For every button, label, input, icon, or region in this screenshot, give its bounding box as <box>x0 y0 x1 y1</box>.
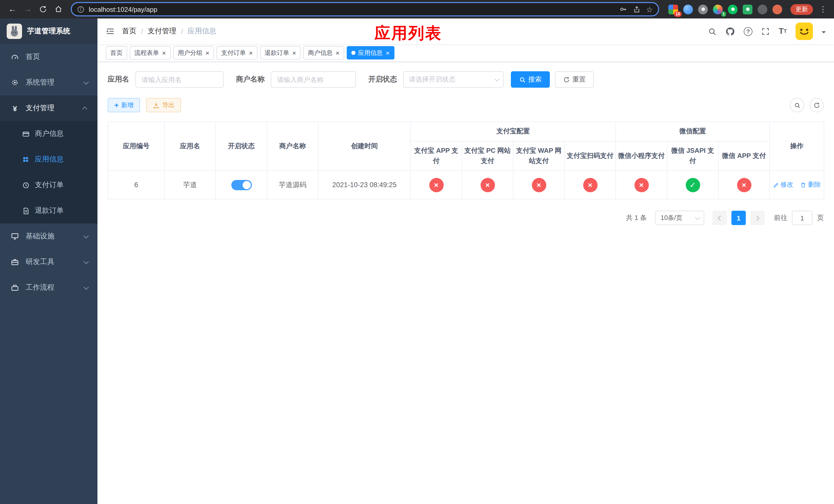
tab-user-group[interactable]: 用户分组 × <box>173 46 214 60</box>
site-info-icon[interactable] <box>77 5 85 13</box>
extension-wechat-icon[interactable] <box>728 4 738 14</box>
status-select[interactable]: 请选择开启状态 <box>403 71 504 88</box>
extension-grid-icon[interactable]: 10 <box>668 4 678 14</box>
status-fail-icon: × <box>583 178 597 192</box>
add-button-label: 新增 <box>121 101 133 110</box>
extension-badge: 10 <box>674 11 682 17</box>
sidebar-item-payment[interactable]: ¥ 支付管理 <box>0 95 97 121</box>
tab-flow-form[interactable]: 流程表单 × <box>130 46 171 60</box>
fullscreen-icon[interactable] <box>761 27 770 36</box>
page-number-current[interactable]: 1 <box>731 211 746 225</box>
toggle-search-button[interactable] <box>790 98 804 112</box>
status-toggle[interactable] <box>231 180 251 190</box>
reset-button-label: 重置 <box>572 75 586 84</box>
extension-glyph <box>731 7 734 11</box>
delete-link[interactable]: 删除 <box>800 181 821 189</box>
app-logo[interactable]: 芋道管理系统 <box>0 19 97 44</box>
monitor-icon <box>10 232 20 240</box>
url-text[interactable]: localhost:1024/pay/app <box>89 5 619 13</box>
tab-label: 支付订单 <box>221 48 246 57</box>
password-key-icon[interactable] <box>619 5 627 13</box>
back-icon[interactable]: ← <box>5 2 20 17</box>
close-icon[interactable]: × <box>205 49 209 56</box>
tab-refund-orders[interactable]: 退款订单 × <box>260 46 301 60</box>
main-content: 首页 支付管理 应用信息 ? <box>97 19 834 504</box>
breadcrumb-home[interactable]: 首页 <box>122 27 136 36</box>
edit-link[interactable]: 修改 <box>773 181 793 189</box>
extension-glyph <box>701 7 705 11</box>
status-fail-icon: × <box>480 178 495 192</box>
address-bar[interactable]: localhost:1024/pay/app ☆ <box>71 2 659 17</box>
tab-bar: 首页 流程表单 × 用户分组 × 支付订单 × 退款订单 × <box>97 44 834 62</box>
tab-app-info[interactable]: 应用信息 × <box>347 46 394 60</box>
prev-page-button[interactable] <box>712 211 727 225</box>
sidebar-item-label: 工作流程 <box>26 283 54 292</box>
chrome-update-button[interactable]: 更新 <box>790 4 813 15</box>
search-icon[interactable] <box>708 27 717 36</box>
forward-icon[interactable]: → <box>21 2 35 17</box>
extension-drop-icon[interactable] <box>683 4 693 14</box>
tab-home[interactable]: 首页 <box>106 46 127 60</box>
extension-avatar-icon[interactable]: 1 <box>713 4 723 14</box>
status-fail-icon: × <box>634 178 649 192</box>
toolbox-icon <box>10 258 20 266</box>
help-icon[interactable]: ? <box>744 27 752 36</box>
sidebar-item-workflow[interactable]: 工作流程 <box>0 275 97 300</box>
export-button[interactable]: 导出 <box>146 98 181 112</box>
close-icon[interactable]: × <box>386 49 390 56</box>
close-icon[interactable]: × <box>162 49 166 56</box>
tab-payment-orders[interactable]: 支付订单 × <box>216 46 257 60</box>
close-icon[interactable]: × <box>292 49 296 56</box>
sidebar-item-devtools[interactable]: 研发工具 <box>0 249 97 275</box>
document-icon <box>22 207 30 214</box>
refresh-table-button[interactable] <box>809 98 824 112</box>
bookmark-star-icon[interactable]: ☆ <box>646 5 653 13</box>
close-icon[interactable]: × <box>336 49 339 56</box>
home-icon[interactable] <box>51 2 66 17</box>
sidebar-item-system[interactable]: 系统管理 <box>0 70 97 95</box>
sidebar-toggle-icon[interactable] <box>106 27 115 36</box>
extension-puzzle-icon[interactable] <box>758 4 767 14</box>
cell-app-id: 6 <box>108 171 164 200</box>
sidebar-item-refund-orders[interactable]: 退款订单 <box>0 198 97 224</box>
share-icon[interactable] <box>633 5 640 13</box>
sidebar-item-app-info[interactable]: 应用信息 <box>0 147 97 172</box>
merchant-name-input[interactable] <box>271 71 356 88</box>
add-button[interactable]: + 新增 <box>108 98 140 112</box>
next-page-button[interactable] <box>750 211 765 225</box>
sidebar-item-label: 支付订单 <box>35 181 64 190</box>
extension-messenger-icon[interactable] <box>743 4 752 14</box>
close-icon[interactable]: × <box>249 49 253 56</box>
tab-merchant-info[interactable]: 商户信息 × <box>303 46 344 60</box>
grid-icon <box>22 156 30 163</box>
sidebar-item-label: 系统管理 <box>26 78 54 87</box>
goto-page-input[interactable] <box>792 211 812 225</box>
page-size-select[interactable]: 10条/页 <box>655 211 704 225</box>
plus-icon: + <box>114 101 118 109</box>
app-name-input[interactable] <box>135 71 224 88</box>
chevron-down-icon <box>84 284 89 290</box>
reload-icon[interactable] <box>36 2 50 17</box>
sidebar-item-merchant-info[interactable]: 商户信息 <box>0 121 97 147</box>
caret-down-icon[interactable] <box>822 31 826 36</box>
reset-button[interactable]: 重置 <box>555 71 594 88</box>
sidebar-item-label: 退款订单 <box>35 206 64 215</box>
column-header: 应用编号 <box>108 122 164 171</box>
sidebar-item-payment-orders[interactable]: 支付订单 <box>0 172 97 198</box>
merchant-name-label: 商户名称 <box>236 75 265 84</box>
user-avatar[interactable] <box>795 23 813 40</box>
extension-gray-icon[interactable] <box>698 4 708 14</box>
sidebar-item-home[interactable]: 首页 <box>0 44 97 70</box>
tab-label: 退款订单 <box>265 48 289 57</box>
delete-link-label: 删除 <box>808 181 821 189</box>
breadcrumb-payment[interactable]: 支付管理 <box>148 27 176 36</box>
search-button[interactable]: 搜索 <box>511 71 550 88</box>
font-size-icon[interactable]: TT <box>778 27 787 36</box>
goto-label: 前往 <box>774 213 787 223</box>
github-icon[interactable] <box>725 26 735 36</box>
sidebar: 芋道管理系统 首页 系统管理 ¥ 支付管 <box>0 19 97 504</box>
sidebar-item-infrastructure[interactable]: 基础设施 <box>0 224 97 249</box>
column-header: 创建时间 <box>318 122 411 171</box>
browser-menu-icon[interactable]: ⋮ <box>817 5 829 14</box>
extension-profile-icon[interactable] <box>772 4 782 14</box>
